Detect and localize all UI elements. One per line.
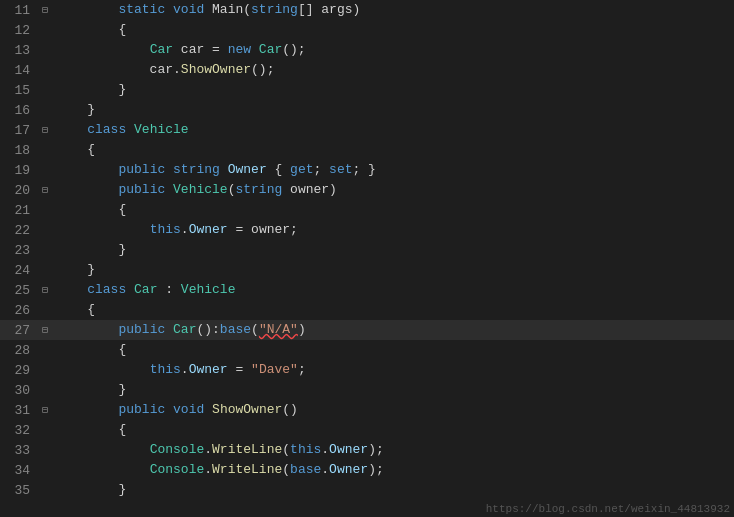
token: new [228,42,251,57]
token: Main( [204,2,251,17]
code-line: 19 public string Owner { get; set; } [0,160,734,180]
token: ShowOwner [212,402,282,417]
token: ; [314,162,330,177]
code-line: 13 Car car = new Car(); [0,40,734,60]
token: get [290,162,313,177]
token [126,122,134,137]
token: string [251,2,298,17]
token [56,362,150,377]
code-line: 15 } [0,80,734,100]
code-line: 29 this.Owner = "Dave"; [0,360,734,380]
token: } [56,262,95,277]
code-content: { [52,200,126,220]
token [56,182,118,197]
code-editor: 11⊟ static void Main(string[] args)12 {1… [0,0,734,517]
token: static [56,2,173,17]
code-line: 34 Console.WriteLine(base.Owner); [0,460,734,480]
fold-icon[interactable]: ⊟ [38,324,52,336]
token: Vehicle [173,182,228,197]
token [204,402,212,417]
token: public [118,322,165,337]
code-line: 21 { [0,200,734,220]
line-number: 14 [0,63,38,78]
token: string [173,162,220,177]
code-line: 26 { [0,300,734,320]
code-line: 14 car.ShowOwner(); [0,60,734,80]
token: { [56,142,95,157]
code-line: 23 } [0,240,734,260]
token: } [56,82,126,97]
token: { [56,422,126,437]
code-content: { [52,20,126,40]
code-line: 28 { [0,340,734,360]
token: : [157,282,180,297]
token [56,162,118,177]
token: (); [282,42,305,57]
token: WriteLine [212,462,282,477]
code-line: 35 } [0,480,734,500]
token: Car [173,322,196,337]
code-content: { [52,420,126,440]
token: = [228,362,251,377]
line-number: 35 [0,483,38,498]
token: car. [56,62,181,77]
code-content: Car car = new Car(); [52,40,306,60]
fold-icon[interactable]: ⊟ [38,4,52,16]
line-number: 15 [0,83,38,98]
token: WriteLine [212,442,282,457]
watermark-url: https://blog.csdn.net/weixin_44813932 [486,503,730,515]
token: this [150,362,181,377]
line-number: 30 [0,383,38,398]
line-number: 18 [0,143,38,158]
line-number: 19 [0,163,38,178]
token [56,442,150,457]
fold-icon[interactable]: ⊟ [38,284,52,296]
line-number: 33 [0,443,38,458]
token: = owner; [228,222,298,237]
code-content: } [52,100,95,120]
line-number: 12 [0,23,38,38]
line-number: 25 [0,283,38,298]
line-number: 16 [0,103,38,118]
token: ); [368,462,384,477]
code-line: 31⊟ public void ShowOwner() [0,400,734,420]
token: ; [298,362,306,377]
code-line: 16 } [0,100,734,120]
token: "Dave" [251,362,298,377]
token: void [173,2,204,17]
token: car = [173,42,228,57]
code-content: public Car():base("N/A") [52,320,306,340]
code-line: 12 { [0,20,734,40]
token: ( [282,462,290,477]
token: () [282,402,298,417]
token [220,162,228,177]
code-content: Console.WriteLine(base.Owner); [52,460,384,480]
token: { [56,22,126,37]
code-content: Console.WriteLine(this.Owner); [52,440,384,460]
token: base [290,462,321,477]
token [126,282,134,297]
token [56,462,150,477]
code-line: 27⊟ public Car():base("N/A") [0,320,734,340]
token [56,42,150,57]
line-number: 11 [0,3,38,18]
token: class [87,122,126,137]
token [56,402,118,417]
code-line: 17⊟ class Vehicle [0,120,734,140]
fold-icon[interactable]: ⊟ [38,124,52,136]
token: (): [196,322,219,337]
token: [] args) [298,2,360,17]
token: base [220,322,251,337]
fold-icon[interactable]: ⊟ [38,184,52,196]
line-number: 13 [0,43,38,58]
token: } [56,382,126,397]
code-line: 33 Console.WriteLine(this.Owner); [0,440,734,460]
code-content: car.ShowOwner(); [52,60,274,80]
line-number: 27 [0,323,38,338]
code-content: class Car : Vehicle [52,280,235,300]
fold-icon[interactable]: ⊟ [38,404,52,416]
token: public [118,402,165,417]
token: public [118,182,165,197]
line-number: 26 [0,303,38,318]
token: . [181,362,189,377]
